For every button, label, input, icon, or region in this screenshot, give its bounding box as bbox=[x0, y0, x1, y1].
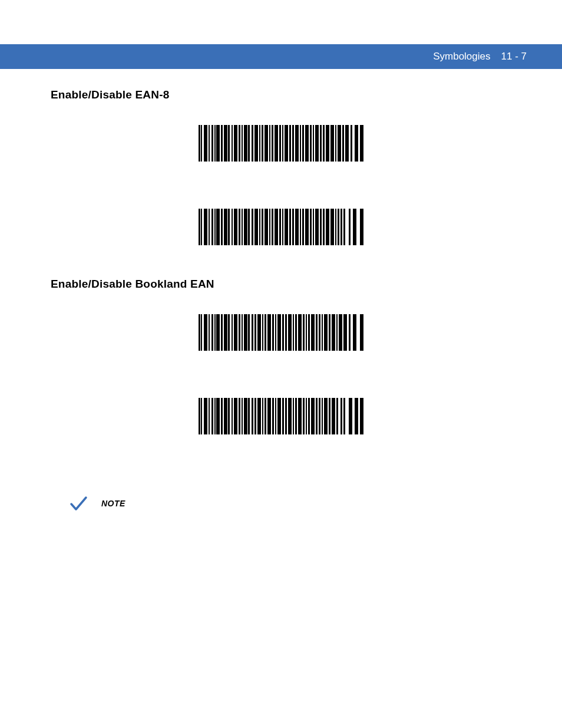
svg-rect-97 bbox=[209, 314, 210, 351]
svg-rect-166 bbox=[282, 398, 284, 434]
svg-rect-35 bbox=[315, 125, 319, 162]
svg-rect-157 bbox=[252, 398, 253, 434]
svg-rect-174 bbox=[308, 398, 310, 434]
svg-rect-25 bbox=[282, 125, 283, 162]
svg-rect-63 bbox=[252, 209, 253, 245]
svg-rect-2 bbox=[204, 125, 207, 162]
svg-rect-132 bbox=[324, 314, 328, 351]
svg-rect-184 bbox=[343, 398, 345, 434]
barcode-disable-bookland bbox=[51, 398, 511, 434]
svg-rect-85 bbox=[326, 209, 329, 245]
svg-rect-93 bbox=[360, 209, 363, 245]
svg-rect-131 bbox=[322, 314, 323, 351]
svg-rect-17 bbox=[254, 125, 258, 162]
svg-rect-46 bbox=[360, 125, 363, 162]
svg-rect-138 bbox=[349, 314, 351, 351]
svg-rect-159 bbox=[257, 398, 261, 434]
svg-rect-187 bbox=[360, 398, 363, 434]
svg-rect-54 bbox=[221, 209, 223, 245]
svg-rect-11 bbox=[234, 125, 237, 162]
svg-rect-72 bbox=[282, 209, 283, 245]
svg-rect-43 bbox=[345, 125, 349, 162]
svg-rect-101 bbox=[221, 314, 223, 351]
svg-rect-38 bbox=[326, 125, 329, 162]
note-row: NOTE bbox=[68, 493, 511, 513]
svg-rect-117 bbox=[275, 314, 276, 351]
header-page-number: 11 - 7 bbox=[501, 51, 527, 62]
svg-rect-139 bbox=[353, 314, 356, 351]
svg-rect-99 bbox=[214, 314, 216, 351]
svg-rect-61 bbox=[244, 209, 247, 245]
svg-rect-182 bbox=[336, 398, 338, 434]
svg-rect-125 bbox=[303, 314, 305, 351]
svg-rect-91 bbox=[349, 209, 351, 245]
svg-rect-31 bbox=[302, 125, 304, 162]
svg-rect-106 bbox=[239, 314, 240, 351]
svg-rect-5 bbox=[214, 125, 216, 162]
barcode-disable-ean8 bbox=[51, 209, 511, 245]
svg-rect-143 bbox=[204, 398, 207, 434]
svg-rect-185 bbox=[349, 398, 352, 434]
svg-rect-32 bbox=[305, 125, 309, 162]
svg-rect-6 bbox=[216, 125, 220, 162]
svg-rect-136 bbox=[339, 314, 342, 351]
svg-rect-39 bbox=[330, 125, 334, 162]
svg-rect-177 bbox=[319, 398, 320, 434]
svg-rect-172 bbox=[303, 398, 305, 434]
svg-rect-52 bbox=[214, 209, 216, 245]
svg-rect-170 bbox=[295, 398, 297, 434]
svg-rect-8 bbox=[224, 125, 227, 162]
svg-rect-128 bbox=[311, 314, 315, 351]
svg-rect-111 bbox=[254, 314, 256, 351]
svg-rect-167 bbox=[285, 398, 287, 434]
svg-rect-79 bbox=[305, 209, 309, 245]
svg-rect-171 bbox=[298, 398, 302, 434]
svg-rect-108 bbox=[244, 314, 247, 351]
svg-rect-33 bbox=[310, 125, 312, 162]
svg-rect-112 bbox=[257, 314, 261, 351]
svg-rect-150 bbox=[228, 398, 230, 434]
svg-rect-59 bbox=[239, 209, 240, 245]
svg-rect-87 bbox=[335, 209, 336, 245]
svg-rect-176 bbox=[316, 398, 318, 434]
svg-rect-73 bbox=[285, 209, 288, 245]
svg-rect-121 bbox=[288, 314, 292, 351]
svg-rect-27 bbox=[289, 125, 291, 162]
svg-rect-96 bbox=[204, 314, 207, 351]
svg-rect-56 bbox=[228, 209, 230, 245]
barcode-icon bbox=[199, 125, 363, 162]
svg-rect-30 bbox=[300, 125, 301, 162]
svg-rect-15 bbox=[248, 125, 250, 162]
svg-rect-10 bbox=[232, 125, 233, 162]
svg-rect-95 bbox=[201, 314, 202, 351]
svg-rect-160 bbox=[262, 398, 263, 434]
svg-rect-78 bbox=[302, 209, 304, 245]
svg-rect-45 bbox=[355, 125, 358, 162]
svg-rect-23 bbox=[275, 125, 278, 162]
svg-rect-18 bbox=[259, 125, 260, 162]
svg-rect-49 bbox=[204, 209, 207, 245]
svg-rect-113 bbox=[262, 314, 263, 351]
svg-rect-148 bbox=[221, 398, 223, 434]
svg-rect-86 bbox=[330, 209, 334, 245]
svg-rect-13 bbox=[242, 125, 243, 162]
svg-rect-76 bbox=[295, 209, 299, 245]
svg-rect-147 bbox=[216, 398, 220, 434]
svg-rect-169 bbox=[293, 398, 294, 434]
svg-rect-149 bbox=[224, 398, 227, 434]
svg-rect-154 bbox=[242, 398, 243, 434]
svg-rect-124 bbox=[298, 314, 302, 351]
svg-rect-98 bbox=[211, 314, 213, 351]
svg-rect-24 bbox=[279, 125, 281, 162]
svg-rect-151 bbox=[232, 398, 233, 434]
svg-rect-118 bbox=[277, 314, 281, 351]
header-bar: Symbologies 11 - 7 bbox=[0, 44, 562, 69]
svg-rect-36 bbox=[320, 125, 322, 162]
svg-rect-44 bbox=[351, 125, 352, 162]
svg-rect-126 bbox=[306, 314, 307, 351]
svg-rect-144 bbox=[209, 398, 210, 434]
svg-rect-65 bbox=[259, 209, 260, 245]
svg-rect-62 bbox=[248, 209, 250, 245]
svg-rect-14 bbox=[244, 125, 247, 162]
svg-rect-42 bbox=[342, 125, 344, 162]
